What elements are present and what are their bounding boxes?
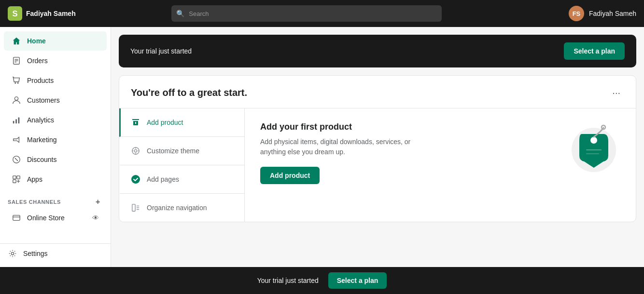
- sidebar-item-settings[interactable]: Settings: [0, 243, 111, 263]
- settings-icon: [8, 249, 17, 258]
- select-plan-button[interactable]: Select a plan: [564, 42, 625, 60]
- customers-icon: [12, 95, 21, 105]
- step-detail: Add your first product Add physical item…: [245, 108, 636, 222]
- bottom-bar: Your trial just started Select a plan: [0, 267, 644, 294]
- step-organize-navigation[interactable]: Organize navigation: [119, 194, 244, 222]
- marketing-icon: [12, 135, 21, 145]
- svg-rect-16: [13, 176, 16, 179]
- svg-rect-9: [13, 121, 14, 123]
- svg-point-8: [14, 97, 18, 100]
- orders-icon: [12, 56, 21, 66]
- products-icon: [12, 76, 21, 85]
- sidebar-item-discounts[interactable]: Discounts: [4, 150, 107, 169]
- step-detail-title: Add your first product: [260, 122, 558, 132]
- add-pages-step-icon: [130, 174, 141, 185]
- sidebar-label-products: Products: [27, 77, 54, 84]
- getting-started-card: You're off to a great start. ··· Add pro…: [119, 75, 636, 222]
- sidebar-label-orders: Orders: [27, 57, 48, 65]
- sidebar-item-customers[interactable]: Customers: [4, 91, 107, 110]
- step-add-product-label: Add product: [147, 119, 183, 126]
- add-product-step-icon: [130, 117, 141, 128]
- more-options-button[interactable]: ···: [608, 85, 624, 100]
- sidebar: Home Orders Products Customers: [0, 27, 111, 267]
- customize-theme-step-icon: [130, 146, 141, 156]
- step-add-pages-label: Add pages: [147, 175, 179, 183]
- svg-point-7: [17, 82, 19, 84]
- svg-rect-17: [17, 176, 20, 179]
- settings-label: Settings: [23, 250, 48, 257]
- svg-text:S: S: [12, 9, 17, 18]
- apps-icon: [12, 174, 21, 184]
- sidebar-label-discounts: Discounts: [27, 156, 56, 163]
- sidebar-item-orders[interactable]: Orders: [4, 51, 107, 70]
- sidebar-label-customers: Customers: [27, 96, 60, 104]
- step-customize-theme-label: Customize theme: [147, 147, 199, 155]
- svg-point-23: [11, 252, 14, 254]
- step-organize-nav-label: Organize navigation: [147, 204, 207, 212]
- step-customize-theme[interactable]: Customize theme: [119, 137, 244, 165]
- trial-banner: Your trial just started Select a plan: [119, 35, 636, 67]
- eye-icon[interactable]: 👁: [92, 214, 99, 222]
- steps-list: Add product Customize theme Add pages: [119, 108, 245, 222]
- sidebar-label-marketing: Marketing: [27, 136, 56, 144]
- search-container: 🔍: [171, 5, 442, 22]
- brand-name: Fadiyah Sameh: [26, 10, 76, 17]
- sidebar-item-analytics[interactable]: Analytics: [4, 110, 107, 130]
- step-add-product[interactable]: Add product: [119, 108, 244, 137]
- svg-rect-18: [13, 180, 16, 183]
- card-header: You're off to a great start. ···: [119, 76, 636, 108]
- sidebar-label-analytics: Analytics: [27, 116, 54, 124]
- user-name: Fadiyah Sameh: [589, 10, 636, 17]
- sidebar-label-apps: Apps: [27, 175, 42, 183]
- svg-point-24: [134, 149, 137, 152]
- sidebar-item-marketing[interactable]: Marketing: [4, 130, 107, 149]
- bottom-select-plan-button[interactable]: Select a plan: [328, 272, 387, 289]
- svg-point-36: [590, 137, 597, 144]
- sidebar-item-apps[interactable]: Apps: [4, 170, 107, 189]
- sidebar-item-products[interactable]: Products: [4, 71, 107, 90]
- avatar: FS: [569, 6, 584, 21]
- brand: S Fadiyah Sameh: [8, 6, 104, 21]
- sidebar-label-home: Home: [27, 37, 46, 45]
- card-body: Add product Customize theme Add pages: [119, 108, 636, 222]
- sidebar-item-online-store[interactable]: Online Store 👁: [4, 209, 107, 227]
- app-body: Home Orders Products Customers: [0, 27, 644, 267]
- home-icon: [12, 36, 21, 46]
- search-input[interactable]: [171, 5, 442, 22]
- svg-point-6: [14, 82, 16, 84]
- svg-rect-31: [132, 204, 135, 211]
- shopify-logo-icon: S: [8, 6, 22, 21]
- sidebar-item-home[interactable]: Home: [4, 31, 107, 51]
- add-product-action-button[interactable]: Add product: [260, 167, 320, 184]
- product-illustration: [567, 122, 620, 175]
- card-title: You're off to a great start.: [131, 87, 247, 98]
- trial-banner-text: Your trial just started: [130, 47, 192, 55]
- online-store-icon: [12, 213, 21, 223]
- svg-point-15: [17, 160, 18, 161]
- step-detail-content: Add your first product Add physical item…: [260, 122, 558, 184]
- step-add-pages[interactable]: Add pages: [119, 165, 244, 194]
- online-store-label: Online Store: [27, 214, 65, 222]
- svg-point-30: [131, 175, 140, 184]
- svg-rect-21: [13, 215, 20, 221]
- bottom-bar-text: Your trial just started: [257, 277, 319, 284]
- topbar: S Fadiyah Sameh 🔍 FS Fadiyah Sameh: [0, 0, 644, 27]
- sales-channels-label: SALES CHANNELS: [8, 199, 61, 205]
- add-sales-channel-button[interactable]: +: [93, 197, 103, 207]
- svg-rect-10: [15, 119, 17, 123]
- analytics-icon: [12, 115, 21, 125]
- main-content: Your trial just started Select a plan Yo…: [111, 27, 644, 267]
- step-detail-description: Add physical items, digital downloads, s…: [260, 137, 415, 157]
- search-icon: 🔍: [176, 10, 184, 17]
- organize-nav-step-icon: [130, 202, 141, 213]
- discounts-icon: [12, 155, 21, 164]
- svg-point-14: [15, 158, 16, 159]
- sales-channels-section: SALES CHANNELS +: [0, 189, 111, 209]
- svg-rect-11: [18, 118, 20, 124]
- user-menu[interactable]: FS Fadiyah Sameh: [569, 6, 636, 21]
